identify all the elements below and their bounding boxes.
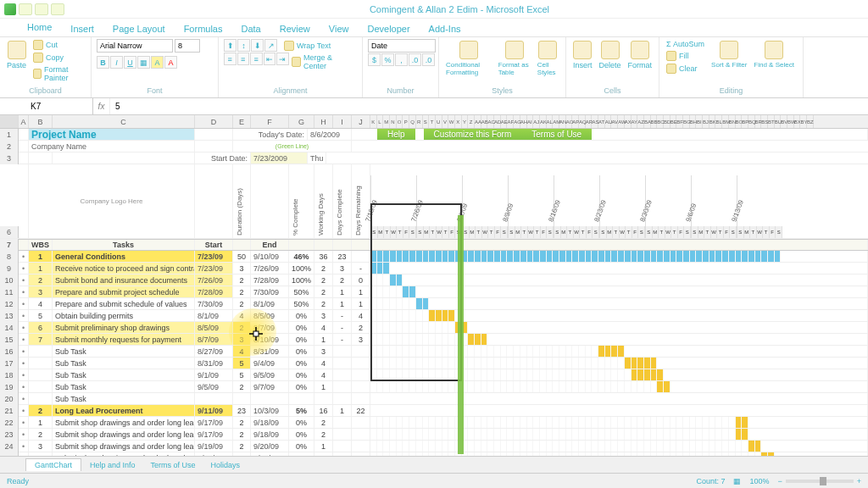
row-header[interactable]: 15 bbox=[0, 334, 19, 346]
table-row[interactable]: 15•7Submit monthly requests for payment8… bbox=[0, 334, 868, 346]
table-row[interactable]: 11•3Prepare and submit project schedule7… bbox=[0, 286, 868, 298]
customize-button[interactable]: Customize this Form bbox=[424, 129, 522, 140]
terms-button[interactable]: Terms of Use bbox=[521, 129, 592, 140]
font-name-input[interactable] bbox=[97, 39, 173, 53]
row-header[interactable]: 10 bbox=[0, 274, 19, 286]
table-row[interactable]: 18•Sub Task9/1/0959/5/090%4 bbox=[0, 369, 868, 381]
orientation-button[interactable]: ↗ bbox=[264, 39, 277, 52]
row-header[interactable]: 23 bbox=[0, 429, 19, 441]
qat-undo-icon[interactable] bbox=[35, 3, 48, 15]
delete-cells-button[interactable]: Delete bbox=[598, 39, 623, 71]
align-mid-button[interactable]: ↕ bbox=[237, 39, 250, 52]
row-header[interactable]: 1 bbox=[0, 129, 19, 141]
dec-decimal-button[interactable]: .0 bbox=[422, 53, 435, 66]
row-header[interactable]: 13 bbox=[0, 310, 19, 322]
table-row[interactable]: 21•2Long Lead Procurement9/11/092310/3/0… bbox=[0, 405, 868, 417]
row-header[interactable]: 7 bbox=[0, 239, 19, 251]
align-center-button[interactable]: ≡ bbox=[237, 53, 250, 65]
format-painter-button[interactable]: Format Painter bbox=[31, 64, 86, 83]
table-row[interactable]: 17•Sub Task8/31/0959/4/090%4 bbox=[0, 358, 868, 369]
merge-button[interactable]: Merge & Center bbox=[290, 53, 358, 71]
zoom-out-button[interactable]: − bbox=[777, 477, 782, 485]
zoom-level[interactable]: 100% bbox=[749, 477, 769, 485]
row-header[interactable]: 21 bbox=[0, 405, 19, 417]
sort-filter-button[interactable]: Sort & Filter bbox=[709, 39, 748, 70]
row-header[interactable]: 22 bbox=[0, 417, 19, 429]
row-header[interactable]: 3 bbox=[0, 152, 19, 164]
row-header[interactable]: 24 bbox=[0, 441, 19, 452]
conditional-formatting-button[interactable]: Conditional Formatting bbox=[444, 39, 493, 78]
zoom-slider[interactable] bbox=[786, 480, 854, 483]
tab-formulas[interactable]: Formulas bbox=[182, 21, 225, 36]
table-row[interactable]: 24•3Submit shop drawings and order long … bbox=[0, 441, 868, 452]
number-format-select[interactable] bbox=[368, 39, 436, 53]
row-header[interactable]: 14 bbox=[0, 322, 19, 334]
align-bot-button[interactable]: ⬇ bbox=[251, 39, 264, 52]
clear-button[interactable]: Clear bbox=[665, 63, 706, 75]
tab-insert[interactable]: Insert bbox=[69, 21, 96, 36]
tab-data[interactable]: Data bbox=[239, 21, 262, 36]
worksheet[interactable]: ABCDEFGHIJKLMNOPQRSTUVWXYZAAABACADAEAFAG… bbox=[0, 115, 868, 456]
sheet-link-holidays[interactable]: Holidays bbox=[204, 461, 248, 469]
tab-review[interactable]: Review bbox=[278, 21, 312, 36]
name-box[interactable] bbox=[25, 98, 93, 114]
percent-button[interactable]: % bbox=[381, 53, 394, 66]
wrap-text-button[interactable]: Wrap Text bbox=[282, 39, 332, 52]
row-header[interactable]: 12 bbox=[0, 298, 19, 310]
insert-cells-button[interactable]: Insert bbox=[571, 39, 594, 71]
font-size-input[interactable] bbox=[175, 39, 200, 53]
autosum-button[interactable]: Σ AutoSum bbox=[665, 39, 706, 49]
row-header[interactable]: 20 bbox=[0, 393, 19, 405]
underline-button[interactable]: U bbox=[124, 56, 136, 69]
paste-button[interactable]: Paste bbox=[5, 39, 28, 71]
fx-icon[interactable]: fx bbox=[93, 98, 110, 114]
align-right-button[interactable]: ≡ bbox=[250, 53, 263, 65]
project-name-cell[interactable]: Project Name bbox=[29, 129, 195, 140]
indent-dec-button[interactable]: ⇤ bbox=[264, 53, 276, 65]
row-header[interactable]: 9 bbox=[0, 263, 19, 274]
indent-inc-button[interactable]: ⇥ bbox=[276, 53, 289, 65]
table-row[interactable]: 12•4Prepare and submit schedule of value… bbox=[0, 298, 868, 310]
italic-button[interactable]: I bbox=[110, 56, 123, 69]
sheet-link-terms[interactable]: Terms of Use bbox=[144, 461, 203, 469]
row-header[interactable]: 6 bbox=[0, 226, 19, 238]
row-header[interactable]: 11 bbox=[0, 286, 19, 298]
fill-button[interactable]: Fill bbox=[665, 50, 706, 62]
align-left-button[interactable]: ≡ bbox=[224, 53, 236, 65]
tab-page-layout[interactable]: Page Layout bbox=[111, 21, 167, 36]
formula-input[interactable] bbox=[110, 98, 868, 114]
row-header[interactable]: 19 bbox=[0, 381, 19, 393]
row-header[interactable]: 8 bbox=[0, 251, 19, 263]
table-row[interactable]: 22•1Submit shop drawings and order long … bbox=[0, 417, 868, 429]
row-header[interactable]: 18 bbox=[0, 369, 19, 381]
currency-button[interactable]: $ bbox=[368, 53, 381, 66]
find-select-button[interactable]: Find & Select bbox=[752, 39, 796, 70]
row-header[interactable]: 17 bbox=[0, 358, 19, 369]
view-normal-icon[interactable]: ▦ bbox=[733, 477, 741, 485]
align-top-button[interactable]: ⬆ bbox=[224, 39, 236, 52]
row-header[interactable]: 16 bbox=[0, 346, 19, 358]
inc-decimal-button[interactable]: .0 bbox=[409, 53, 421, 66]
table-row[interactable]: 20•Sub Task bbox=[0, 393, 868, 405]
tab-developer[interactable]: Developer bbox=[365, 21, 411, 36]
table-row[interactable]: 14•6Submit preliminary shop drawings8/5/… bbox=[0, 322, 868, 334]
zoom-in-button[interactable]: + bbox=[857, 477, 861, 485]
company-name-cell[interactable]: Company Name bbox=[29, 141, 195, 152]
fill-color-button[interactable]: A bbox=[151, 56, 164, 69]
table-row[interactable]: 10•2Submit bond and insurance documents7… bbox=[0, 274, 868, 286]
tab-home[interactable]: Home bbox=[25, 19, 53, 36]
column-headers[interactable]: ABCDEFGHIJKLMNOPQRSTUVWXYZAAABACADAEAFAG… bbox=[0, 115, 868, 129]
format-as-table-button[interactable]: Format as Table bbox=[497, 39, 532, 78]
table-row[interactable]: 23•2Submit shop drawings and order long … bbox=[0, 429, 868, 441]
table-row[interactable]: 16•Sub Task8/27/0948/31/090%3 bbox=[0, 346, 868, 358]
table-row[interactable]: 19•Sub Task9/5/0929/7/090%1 bbox=[0, 381, 868, 393]
table-row[interactable]: 8•1General Conditions7/23/09509/10/0946%… bbox=[0, 251, 868, 263]
copy-button[interactable]: Copy bbox=[31, 52, 86, 64]
bold-button[interactable]: B bbox=[97, 56, 109, 69]
tab-addins[interactable]: Add-Ins bbox=[427, 21, 463, 36]
sheet-tab-ganttchart[interactable]: GanttChart bbox=[25, 458, 81, 471]
row-header[interactable]: 2 bbox=[0, 141, 19, 152]
sheet-link-help[interactable]: Help and Info bbox=[83, 461, 142, 469]
tab-view[interactable]: View bbox=[327, 21, 351, 36]
qat-redo-icon[interactable] bbox=[51, 3, 64, 15]
